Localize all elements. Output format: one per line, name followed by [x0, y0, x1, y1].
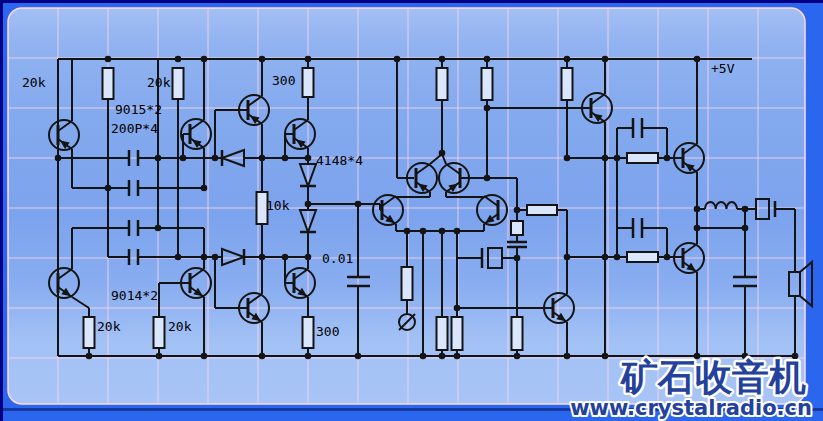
top-dark-edge: [0, 0, 823, 3]
resistor: [84, 317, 95, 348]
resistor: [303, 68, 314, 97]
label-r-10k: 10k: [266, 198, 290, 213]
resistor: [452, 317, 463, 350]
schematic-screenshot: 20k 20k 9015*2 200P*4 300 4148*4 10k 0.0…: [0, 0, 823, 421]
resistor: [511, 221, 523, 235]
label-r-300-bottom: 300: [316, 324, 339, 339]
label-diode-group: 4148*4: [316, 153, 363, 168]
grid-panel: [8, 8, 805, 404]
label-transistors-top: 9015*2: [115, 102, 162, 117]
label-cap-bank: 200P*4: [111, 121, 158, 136]
circuit-schematic-canvas: 20k 20k 9015*2 200P*4 300 4148*4 10k 0.0…: [0, 0, 823, 421]
label-power-rail: +5V: [711, 61, 735, 76]
label-r-top-2: 20k: [147, 75, 171, 90]
resistor: [103, 68, 114, 99]
resistor: [512, 317, 523, 350]
left-dark-edge: [0, 0, 3, 421]
resistor: [402, 267, 413, 300]
resistor: [173, 68, 184, 99]
label-r-300-top: 300: [272, 73, 295, 88]
label-c-001: 0.01: [322, 251, 353, 266]
resistor: [154, 317, 165, 348]
resistor: [437, 68, 448, 100]
resistor: [303, 317, 314, 348]
label-r-top-1: 20k: [22, 75, 46, 90]
resistor: [627, 252, 658, 262]
resistor: [527, 205, 557, 215]
label-transistors-bottom: 9014*2: [111, 288, 158, 303]
resistor: [437, 317, 448, 350]
watermark-title: 矿石收音机: [619, 356, 806, 399]
resistor: [627, 153, 658, 163]
label-r-bottom-1: 20k: [97, 319, 121, 334]
resistor: [482, 68, 493, 100]
resistor: [562, 68, 573, 100]
watermark-url: www.crystalradio.cn: [570, 396, 812, 420]
label-r-bottom-2: 20k: [168, 319, 192, 334]
